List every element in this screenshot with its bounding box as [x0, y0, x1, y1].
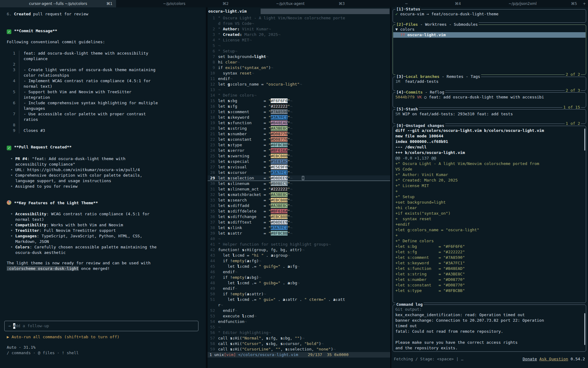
- code-line: 8: [7, 122, 206, 128]
- git-branch-row[interactable]: 1M feat/add-tests: [395, 79, 583, 84]
- git-command-log-panel[interactable]: Command log Git output:kex_exchange_iden…: [393, 305, 586, 352]
- vim-statusline: 1 unix[vim] </colors/oscura-light.vim 29…: [208, 352, 390, 358]
- git-stash-panel[interactable]: [5]─Stash 5M WIP on feat/add-tests: 293e…: [393, 109, 586, 124]
- git-branches-panel[interactable]: [3]─Local branches - Remotes - Tags 1M f…: [393, 77, 586, 91]
- git-unstaged-panel-title: [0]─Unstaged changes: [395, 123, 445, 128]
- input-placeholder: dd a follow-up: [15, 323, 49, 329]
- vim-line-59: 59call s:Hi("CursorLine", "", s:selectio…: [208, 347, 390, 352]
- tmux-window-tab[interactable]: ~/p/o/colors⌘2: [116, 0, 232, 7]
- tmux-window-tab[interactable]: ~/p/r/tux-agent⌘3: [232, 0, 348, 7]
- chat-pane: 6. Created pull request for review ✓**Co…: [0, 7, 206, 368]
- lazygit-statusbar: Fetching / Stage: <space> | … Donate Ask…: [394, 356, 585, 362]
- code-line: 4- Implement WCAG contrast ratio complia…: [7, 78, 206, 89]
- command-log-scrollbar[interactable]: [584, 313, 585, 345]
- diff-line: +: [395, 189, 583, 194]
- ask-question-link[interactable]: Ask Question: [539, 356, 568, 362]
- bullet-item: • Accessibility: WCAG contrast ratio com…: [7, 211, 158, 222]
- inline-code: :colorscheme oscura-dusk-light: [7, 266, 79, 271]
- git-stash-row[interactable]: 5M WIP on feat/add-tests: 293e310 feat: …: [395, 111, 583, 117]
- diff-line: +let s:type = "#8FBCBB": [395, 288, 583, 293]
- vim-line-44: 44 if !empty(a:fg)¬: [208, 258, 390, 264]
- vim-buffer[interactable]: 1" Oscura Light - A light Vim/Neovim col…: [208, 14, 390, 352]
- vim-line-42: 42function! s:Hi(group, fg, bg, attr)¬: [208, 247, 390, 253]
- follow-up-input[interactable]: → Add a follow-up: [4, 321, 198, 331]
- vim-line-19: 19let s:function = "#B48EAD"¬: [208, 120, 390, 126]
- vim-tab-filename[interactable]: oscura-light.vim: [208, 9, 247, 14]
- vim-line-39: 39let s:attr = "#8FBCBB"¬: [208, 231, 390, 236]
- vim-line-18: 18let s:keyword = "#3A7FC1"¬: [208, 115, 390, 120]
- donate-link[interactable]: Donate: [522, 356, 537, 362]
- git-file-row-selected[interactable]: ?? oscura-light.vim: [393, 32, 586, 38]
- tmux-window-tab[interactable]: cursor-agent --fulls ~/p/o/colors⌘1: [0, 0, 116, 7]
- vim-cursor: [302, 176, 304, 180]
- git-unstaged-changes-panel[interactable]: [0]─Unstaged changes diff --git a/colors…: [393, 126, 586, 303]
- diff-line: +let s:comment = "#7A8590": [395, 255, 583, 260]
- git-commit-row[interactable]: 5044b7f9 VK ○ feat: add oscura-dusk-ligh…: [395, 94, 583, 100]
- vim-line-2: 2" Author: Vinit Kumar¬: [208, 26, 390, 32]
- git-files-panel[interactable]: [2]─Files - Worktrees - Submodules ▼ col…: [393, 25, 586, 75]
- diff-line: diff --git a/colors/oscura-light.vim b/c…: [395, 128, 583, 133]
- vim-line-46: 46 endif¬: [208, 269, 390, 275]
- vim-line-56: 56" Editor highlighting¬: [208, 330, 390, 335]
- tmux-window-key: ⌘5: [571, 1, 577, 6]
- git-status-panel[interactable]: [1]─Status ✓ oscura-vim → feat/oscura-du…: [393, 9, 586, 23]
- vim-line-9: 9if exists("syntax_on")¬: [208, 65, 390, 71]
- diff-line: +endif: [395, 222, 583, 227]
- git-branch-status: ✓ oscura-vim → feat/oscura-dusk-light-th…: [395, 11, 583, 17]
- diff-line: new file mode 100644: [395, 133, 583, 139]
- vim-pane[interactable]: oscura-light.vim 1" Oscura Light - A lig…: [208, 7, 390, 368]
- vim-line-43: 43 let l:cmd = "hi " . a:group¬: [208, 253, 390, 258]
- vim-line-48: 48 let l:cmd .= " guibg=" . a:bg¬: [208, 280, 390, 286]
- diff-line: +" License MIT: [395, 183, 583, 189]
- vim-line-36: 36let s:diffchange = "#EBCB8B"¬: [208, 214, 390, 220]
- check-icon: ✓: [7, 146, 11, 150]
- git-commits-panel[interactable]: [4]─Commits - Reflog 5044b7f9 VK ○ feat:…: [393, 92, 586, 108]
- command-log-line: Git output:: [395, 307, 583, 312]
- tmux-new-window-button[interactable]: +: [581, 0, 588, 7]
- vim-line-17: 17let s:comment = "#7A8590"¬: [208, 109, 390, 115]
- diff-line: +let s:string = "#A3BE8C": [395, 271, 583, 277]
- vim-line-58: 58call s:Hi("Cursor", s:bg, s:cursor, "b…: [208, 341, 390, 347]
- vim-line-3: 3" Created: March 20, 2025¬: [208, 32, 390, 37]
- vim-line-24: 24let s:error = "#BF616A"¬: [208, 148, 390, 153]
- bullet-item: • Languages: TypeScript, JavaScript, Pyt…: [7, 233, 158, 244]
- tmux-window-key: ⌘4: [455, 1, 461, 6]
- vim-line-53: 53 execute l:cmd¬: [208, 313, 390, 319]
- pull-request-header: ✓**Pull Request Created**: [7, 144, 206, 150]
- mode-status-line: Auto · 31.1%: [7, 345, 36, 350]
- diff-line: +hi clear: [395, 205, 583, 211]
- diff-line: +let s:fg = "#222222": [395, 249, 583, 255]
- vim-line-21: 21let s:number = "#D08770"¬: [208, 131, 390, 137]
- code-line: 7- Use accessible color palette with pro…: [7, 111, 206, 122]
- git-commits-panel-title: [4]─Commits - Reflog: [395, 90, 445, 95]
- code-line: 6- Include comprehensive syntax highligh…: [7, 100, 206, 111]
- vim-tabline-fill: [261, 9, 390, 14]
- tmux-window-key: ⌘1: [107, 1, 113, 6]
- bullet-item: • TreeSitter: Full Neovim TreeSitter sup…: [7, 228, 158, 233]
- vim-line-57: 57call s:Hi("Normal", s:fg, s:bg, "")¬: [208, 335, 390, 341]
- code-line: 9Closes #3: [7, 128, 206, 133]
- vim-line-26: 26let s:special = "#5E81AC"¬: [208, 159, 390, 164]
- tmux-status-bar: cursor-agent --fulls ~/p/o/colors⌘1~/p/o…: [0, 0, 588, 7]
- diff-scrollbar[interactable]: [584, 128, 585, 151]
- vim-line-40: 40¬: [208, 236, 390, 242]
- bullet-item: • Compatibility: Works with both Vim and…: [7, 222, 158, 228]
- bullet-item: • URL: https://github.com/vinitkumar/osc…: [7, 167, 158, 173]
- lazygit-version: 0.54.2: [571, 356, 585, 362]
- bullet-item: • PR #4: "feat: Add oscura-dusk-light th…: [7, 156, 158, 167]
- lazygit-pane: [1]─Status ✓ oscura-vim → feat/oscura-du…: [391, 7, 588, 368]
- vim-line-5: 5¬: [208, 43, 390, 48]
- commit-intro: Following conventional commit guidelines…: [7, 39, 206, 45]
- vim-line-37: 37let s:difftext = "#D8DEE9"¬: [208, 220, 390, 225]
- diff-line: +let s:bg = "#F6F6F6": [395, 244, 583, 249]
- vim-line-38: 38let s:link = "#3A7FC1"¬: [208, 225, 390, 231]
- command-log-line: fatal: Could not read from remote reposi…: [395, 329, 583, 334]
- diff-line: +let s:number = "#D08770": [395, 277, 583, 282]
- tmux-window-tab[interactable]: ~/p/p/json2xml⌘5: [465, 0, 581, 7]
- vim-line-7: 7set background=light¬: [208, 54, 390, 59]
- auto-run-toggle[interactable]: ▶ Auto-run all commands (shift+tab to tu…: [7, 334, 119, 340]
- code-line: 1feat: add oscura-dusk-light theme with …: [7, 51, 206, 62]
- git-files-tree-dir[interactable]: ▼ colors: [395, 27, 583, 32]
- git-stash-panel-title: [5]─Stash: [395, 106, 419, 112]
- git-command-log: Git output:kex_exchange_identification: …: [393, 305, 586, 353]
